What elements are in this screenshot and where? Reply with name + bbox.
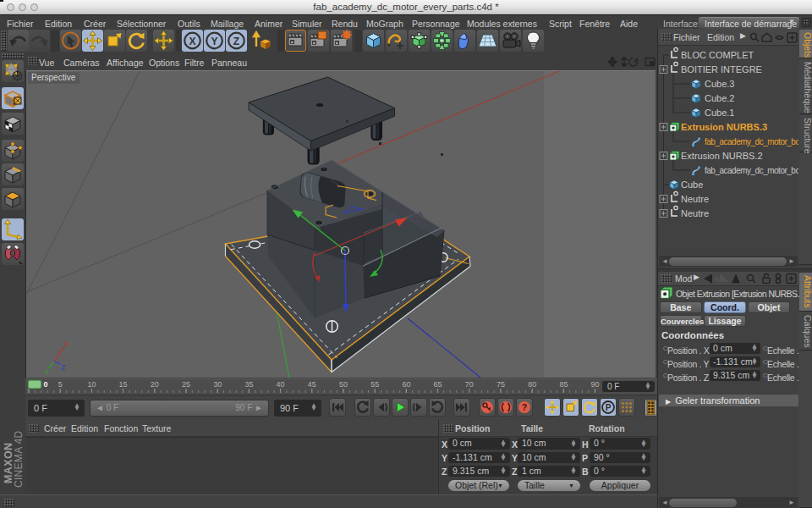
svg-text:75: 75 [497, 380, 505, 389]
svg-text:Cube: Cube [681, 179, 703, 190]
svg-text:60: 60 [402, 380, 410, 389]
svg-text:Z: Z [61, 363, 66, 372]
svg-text:Y: Y [211, 36, 217, 47]
svg-text:?: ? [522, 402, 527, 412]
svg-text:BLOC COMPLET: BLOC COMPLET [681, 50, 754, 60]
svg-text:X: X [189, 36, 195, 47]
svg-text:Cube.1: Cube.1 [705, 108, 734, 118]
svg-text:40: 40 [277, 380, 285, 389]
svg-text:Extrusion NURBS.2: Extrusion NURBS.2 [681, 151, 763, 161]
svg-text:Neutre: Neutre [681, 208, 709, 218]
svg-text:30: 30 [213, 380, 222, 389]
svg-text:90: 90 [591, 380, 600, 389]
svg-text:Cube.3: Cube.3 [705, 79, 734, 89]
svg-text:85: 85 [559, 380, 568, 389]
svg-text:35: 35 [244, 380, 253, 389]
svg-text:15: 15 [119, 380, 128, 389]
svg-text:70: 70 [465, 380, 474, 389]
svg-text:55: 55 [370, 380, 379, 389]
svg-text:20: 20 [151, 380, 159, 389]
svg-text:BOITIER INTEGRE: BOITIER INTEGRE [681, 64, 762, 75]
svg-text:0: 0 [43, 380, 47, 389]
svg-text:25: 25 [182, 380, 190, 389]
svg-text:45: 45 [308, 380, 316, 389]
svg-text:10: 10 [87, 380, 96, 389]
svg-text:P: P [606, 403, 612, 412]
svg-text:50: 50 [339, 380, 348, 389]
svg-text:fab_academy_dc_motor_box: fab_academy_dc_motor_box [705, 166, 798, 175]
svg-text:Y: Y [44, 368, 49, 377]
svg-text:80: 80 [528, 380, 536, 389]
svg-text:Cube.2: Cube.2 [705, 93, 734, 103]
svg-text:Z: Z [233, 36, 239, 47]
svg-text:5: 5 [58, 380, 63, 389]
svg-text:Extrusion NURBS.3: Extrusion NURBS.3 [681, 122, 767, 132]
svg-text:Neutre: Neutre [681, 194, 709, 204]
svg-text:65: 65 [434, 380, 442, 389]
svg-text:x: x [64, 340, 69, 348]
svg-text:fab_academy_dc_motor_box_ba: fab_academy_dc_motor_box_ba [705, 137, 798, 146]
